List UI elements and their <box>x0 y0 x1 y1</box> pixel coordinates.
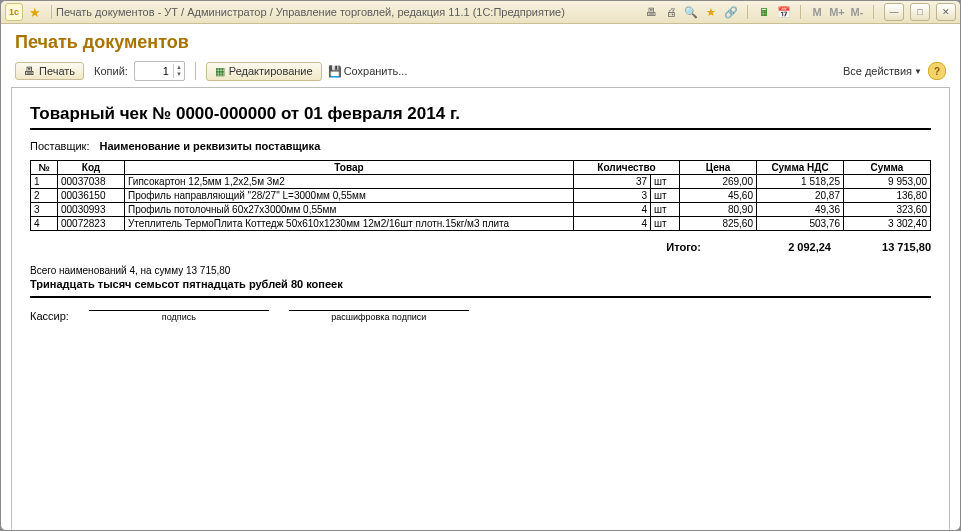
cell-unit: шт <box>651 217 680 231</box>
cell-sum: 3 302,40 <box>844 217 931 231</box>
signature-row: Кассир: подпись расшифровка подписи <box>30 310 931 322</box>
save-icon: 💾 <box>328 65 342 78</box>
supplier-row: Поставщик: Наименование и реквизиты пост… <box>30 140 931 152</box>
edit-icon: ▦ <box>215 65 225 78</box>
preview-icon[interactable]: 🔍 <box>683 4 699 20</box>
close-button[interactable]: ✕ <box>936 3 956 21</box>
cell-name: Гипсокартон 12,5мм 1,2х2,5м 3м2 <box>125 175 574 189</box>
cell-vat: 1 518,25 <box>757 175 844 189</box>
table-row: 100037038Гипсокартон 12,5мм 1,2х2,5м 3м2… <box>31 175 931 189</box>
col-qty: Количество <box>574 161 680 175</box>
cell-unit: шт <box>651 189 680 203</box>
chevron-down-icon: ▼ <box>914 67 922 76</box>
col-sum: Сумма <box>844 161 931 175</box>
save-button[interactable]: 💾 Сохранить... <box>328 65 408 78</box>
table-header-row: № Код Товар Количество Цена Сумма НДС Су… <box>31 161 931 175</box>
copies-spinner[interactable]: ▲ ▼ <box>134 61 185 81</box>
cell-num: 1 <box>31 175 58 189</box>
cell-unit: шт <box>651 203 680 217</box>
cell-num: 2 <box>31 189 58 203</box>
cell-qty: 4 <box>574 217 651 231</box>
help-button[interactable]: ? <box>928 62 946 80</box>
app-logo-icon: 1c <box>5 3 23 21</box>
cell-code: 00036150 <box>58 189 125 203</box>
cell-price: 825,60 <box>680 217 757 231</box>
link-icon[interactable]: 🔗 <box>723 4 739 20</box>
cell-code: 00072823 <box>58 217 125 231</box>
memory-mminus-icon[interactable]: M- <box>849 4 865 20</box>
cell-name: Профиль потолочный 60х27х3000мм 0,55мм <box>125 203 574 217</box>
cell-vat: 49,36 <box>757 203 844 217</box>
print-button-label: Печать <box>39 65 75 77</box>
copies-input[interactable] <box>135 65 173 77</box>
col-price: Цена <box>680 161 757 175</box>
cell-price: 80,90 <box>680 203 757 217</box>
items-table: № Код Товар Количество Цена Сумма НДС Су… <box>30 160 931 231</box>
cell-price: 45,60 <box>680 189 757 203</box>
copies-label: Копий: <box>94 65 128 77</box>
save-button-label: Сохранить... <box>344 65 408 77</box>
cell-price: 269,00 <box>680 175 757 189</box>
window-title: Печать документов - УТ / Администратор /… <box>56 6 643 18</box>
memory-mplus-icon[interactable]: M+ <box>829 4 845 20</box>
divider <box>30 128 931 130</box>
signature-line: подпись <box>89 310 269 322</box>
cell-code: 00030993 <box>58 203 125 217</box>
calc-icon[interactable]: 🖩 <box>756 4 772 20</box>
print-button[interactable]: 🖶 Печать <box>15 62 84 80</box>
table-row: 200036150Профиль направляющий "28/27" L=… <box>31 189 931 203</box>
app-window: 1c ★ Печать документов - УТ / Администра… <box>0 0 961 531</box>
cell-qty: 4 <box>574 203 651 217</box>
printer-icon: 🖶 <box>24 65 35 77</box>
summary-words: Тринадцать тысяч семьсот пятнадцать рубл… <box>30 278 931 290</box>
supplier-value: Наименование и реквизиты поставщика <box>99 140 320 152</box>
cell-sum: 9 953,00 <box>844 175 931 189</box>
spin-up-icon[interactable]: ▲ <box>174 64 184 71</box>
cell-vat: 503,76 <box>757 217 844 231</box>
summary-line: Всего наименований 4, на сумму 13 715,80 <box>30 265 931 276</box>
edit-button[interactable]: ▦ Редактирование <box>206 62 322 81</box>
all-actions-label: Все действия <box>843 65 912 77</box>
cell-name: Утеплитель ТермоПлита Коттедж 50х610х123… <box>125 217 574 231</box>
print2-icon[interactable]: 🖨 <box>663 4 679 20</box>
minimize-button[interactable]: — <box>884 3 904 21</box>
cashier-label: Кассир: <box>30 310 69 322</box>
supplier-label: Поставщик: <box>30 140 89 152</box>
table-row: 300030993Профиль потолочный 60х27х3000мм… <box>31 203 931 217</box>
cell-vat: 20,87 <box>757 189 844 203</box>
col-code: Код <box>58 161 125 175</box>
cell-num: 3 <box>31 203 58 217</box>
edit-button-label: Редактирование <box>229 65 313 77</box>
star-icon[interactable]: ★ <box>703 4 719 20</box>
totals-label: Итого: <box>621 241 731 253</box>
print-icon[interactable]: 🖶 <box>643 4 659 20</box>
col-name: Товар <box>125 161 574 175</box>
titlebar: 1c ★ Печать документов - УТ / Администра… <box>1 1 960 24</box>
col-num: № <box>31 161 58 175</box>
totals-row: Итого: 2 092,24 13 715,80 <box>30 241 931 253</box>
cell-sum: 136,80 <box>844 189 931 203</box>
memory-m-icon[interactable]: M <box>809 4 825 20</box>
cell-name: Профиль направляющий "28/27" L=3000мм 0,… <box>125 189 574 203</box>
decipher-line: расшифровка подписи <box>289 310 469 322</box>
totals-vat: 2 092,24 <box>731 241 831 253</box>
favorite-icon[interactable]: ★ <box>29 5 41 20</box>
cell-qty: 37 <box>574 175 651 189</box>
doc-title: Товарный чек № 0000-000000 от 01 февраля… <box>30 104 931 124</box>
cell-unit: шт <box>651 175 680 189</box>
page-header: Печать документов <box>1 24 960 59</box>
page-title: Печать документов <box>15 32 946 53</box>
summary-block: Всего наименований 4, на сумму 13 715,80… <box>30 265 931 290</box>
spin-down-icon[interactable]: ▼ <box>174 71 184 78</box>
divider <box>30 296 931 298</box>
toolbar: 🖶 Печать Копий: ▲ ▼ ▦ Редактирование 💾 С… <box>1 59 960 87</box>
all-actions-button[interactable]: Все действия ▼ <box>843 65 922 77</box>
cell-qty: 3 <box>574 189 651 203</box>
calendar-icon[interactable]: 📅 <box>776 4 792 20</box>
cell-sum: 323,60 <box>844 203 931 217</box>
cell-num: 4 <box>31 217 58 231</box>
col-vat: Сумма НДС <box>757 161 844 175</box>
maximize-button[interactable]: □ <box>910 3 930 21</box>
table-row: 400072823Утеплитель ТермоПлита Коттедж 5… <box>31 217 931 231</box>
document-area[interactable]: Товарный чек № 0000-000000 от 01 февраля… <box>11 87 950 531</box>
